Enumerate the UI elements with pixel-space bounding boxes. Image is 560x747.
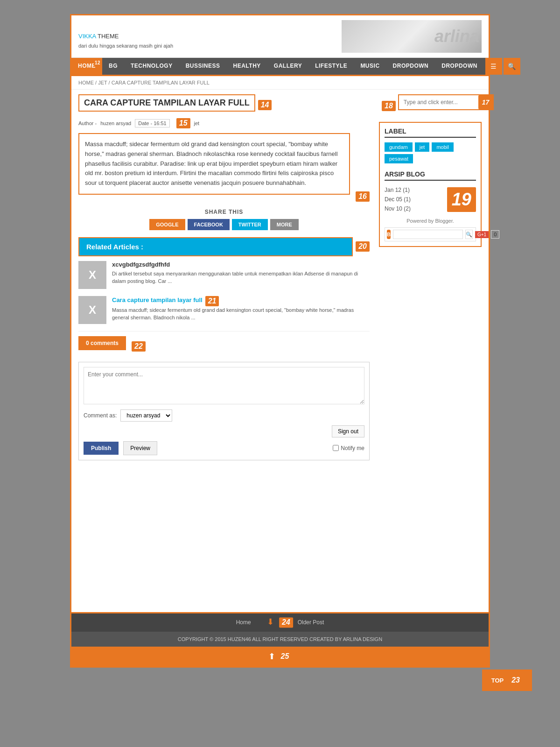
gplus-count: 0 [491,230,499,239]
related-thumb-1: X [78,261,106,289]
ann-18: 18 [382,101,396,111]
sign-out-button[interactable]: Sign out [332,425,364,437]
bottom-bar[interactable]: ⬆ 25 [71,647,489,666]
tag-jet[interactable]: jet [415,142,430,152]
nav-healthy[interactable]: HEALTHY [227,58,267,75]
share-google[interactable]: GOOGLE [149,219,185,230]
related-excerpt-1: Di artikel tersebut saya menyarankan men… [112,270,370,285]
related-header: Related Articles : [78,237,353,256]
blogger-bar: B 🔍 G+1 0 [385,227,476,241]
ann-22: 22 [132,341,146,352]
nav-icons: ☰ 🔍 [484,58,523,75]
archive-section: Jan 12 (1) Dec 05 (1) Nov 10 (2) 19 [385,185,476,213]
related-item-1: X xcvgbdfgzsdfgdfhfd Di artikel tersebut… [78,261,370,289]
comment-as-label: Comment as: [84,412,117,419]
sidebar: 18 17 LABEL gundam jet mobil pesawat ARS… [379,94,482,607]
related-content-2: Cara capture tampilan layar full 21 Mass… [112,296,370,322]
related-content-1: xcvgbdfgzsdfgdfhfd Di artikel tersebut s… [112,261,370,285]
related-title-2[interactable]: Cara capture tampilan layar full [112,296,203,303]
notify-label: Notify me [333,445,364,451]
nav-search-icon[interactable]: 🔍 [504,58,520,75]
archive-nov[interactable]: Nov 10 (2) [385,204,444,213]
label-tags: gundam jet mobil pesawat [385,142,476,163]
breadcrumb: HOME / JET / CARA CAPTURE TAMPILAN LAYAR… [71,76,489,90]
copyright-bar: COPYRIGHT © 2015 HUZEN46 ALL RIGHT RESER… [71,631,489,647]
nav-home[interactable]: HOME 12 [71,58,102,75]
ann-17: 17 [478,95,493,109]
header-image: arlina [342,20,482,53]
archive-jan[interactable]: Jan 12 (1) [385,185,444,195]
comment-form: Comment as: huzen arsyad Sign out Publis… [78,362,370,460]
article-title-wrapper: CARA CAPTURE TAMPILAN LAYAR FULL [78,94,255,112]
bottom-arrow-up: ⬆ [268,651,275,662]
navigation: HOME 12 BG TECHNOLOGY BUSSINESS HEALTHY … [71,58,489,76]
gplus-button[interactable]: G+1 [475,231,489,238]
article-category: jet [194,120,200,126]
ann-20: 20 [356,241,370,252]
share-more[interactable]: MORE [270,219,299,230]
related-thumb-2: X [78,296,106,324]
notify-checkbox[interactable] [333,445,339,451]
blogger-search[interactable] [393,230,463,239]
tag-pesawat[interactable]: pesawat [385,154,413,163]
logo[interactable]: VIKKA THEME [78,25,173,42]
tag-mobil[interactable]: mobil [432,142,453,152]
logo-vikka: VIKKA [78,33,96,40]
label-section-title: LABEL [385,127,476,138]
share-facebook[interactable]: FACEBOOK [188,219,230,230]
ann-16: 16 [356,191,370,202]
preview-button[interactable]: Preview [123,441,157,455]
publish-button[interactable]: Publish [84,442,119,455]
related-item-2: X Cara capture tampilan layar full 21 Ma… [78,296,370,324]
ann-25: 25 [278,651,292,662]
sign-out-row: Sign out [84,425,364,437]
ann-23: 23 [509,675,523,682]
archive-dec[interactable]: Dec 05 (1) [385,195,444,204]
nav-badge-12: 12 [94,59,101,66]
search-input[interactable] [399,95,478,109]
nav-menu-icon[interactable]: ☰ [485,58,502,75]
comment-as-row: Comment as: huzen arsyad [84,409,364,422]
share-section: SHARE THIS GOOGLE FACEBOOK TWITTER MORE [78,209,370,230]
nav-blog[interactable]: BG [102,58,124,75]
article-title: CARA CAPTURE TAMPILAN LAYAR FULL [84,98,250,107]
nav-gallery[interactable]: GALLERY [267,58,308,75]
footer-nav: Home ⬇ 24 Older Post [71,612,489,631]
nav-bussiness[interactable]: BUSSINESS [179,58,227,75]
author-name: huzen arsyad [100,120,131,126]
share-buttons: GOOGLE FACEBOOK TWITTER MORE [78,219,370,230]
share-label: SHARE THIS [78,209,370,215]
comments-count: 0 comments [79,337,125,349]
nav-technology[interactable]: TECHNOLOGY [124,58,179,75]
blogger-search-icon[interactable]: 🔍 [465,230,473,239]
content-spacer [78,467,370,607]
nav-dropdown-2[interactable]: DROPDOWN [435,58,484,75]
comment-as-select[interactable]: huzen arsyad [120,409,172,422]
powered-by: Powered by Blogger. [385,218,476,224]
nav-dropdown-1[interactable]: DROPDOWN [386,58,435,75]
site-header: VIKKA THEME dari dulu hingga sekarang ma… [71,15,489,58]
content-area: CARA CAPTURE TAMPILAN LAYAR FULL 14 Auth… [78,94,379,607]
nav-music[interactable]: MUSIC [354,58,386,75]
tag-gundam[interactable]: gundam [385,142,413,152]
article-body: Massa macduff; sidecar fermentum old gra… [78,133,350,195]
footer-older-post[interactable]: Older Post [298,619,324,626]
site-tagline: dari dulu hingga sekarang masih gini aja… [78,43,173,49]
archive-title: ARSIP BLOG [385,170,476,181]
main-layout: CARA CAPTURE TAMPILAN LAYAR FULL 14 Auth… [71,90,489,612]
article-date: Date - 16:51 [135,119,170,127]
comment-actions: Publish Preview Notify me [84,441,364,455]
related-title-1[interactable]: xcvgbdfgzsdfgdfhfd [112,261,370,268]
ann-24: 24 [279,618,293,628]
comment-textarea[interactable] [84,367,364,404]
top-button[interactable]: TOP 23 [482,669,532,682]
sidebar-label-section: LABEL gundam jet mobil pesawat ARSIP BLO… [379,122,482,247]
footer-home[interactable]: Home [236,619,251,626]
nav-lifestyle[interactable]: LIFESTYLE [308,58,354,75]
ann-15: 15 [176,118,190,128]
author-label: Author - [78,120,97,126]
ann-21: 21 [205,296,219,306]
comments-badge: 0 comments [78,336,126,350]
share-twitter[interactable]: TWITTER [232,219,268,230]
article-meta: Author - huzen arsyad Date - 16:51 15 je… [78,118,370,128]
